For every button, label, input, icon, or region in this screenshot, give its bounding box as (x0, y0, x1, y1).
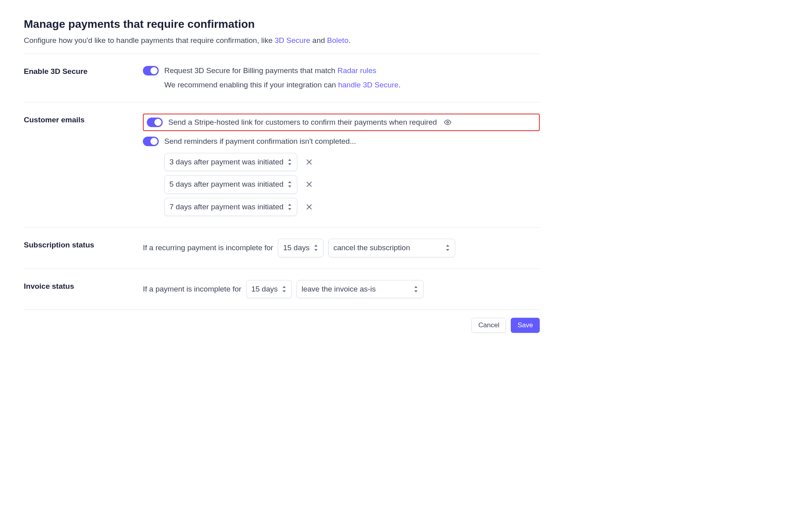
preview-eye-icon[interactable] (444, 119, 451, 126)
customer-emails-row: Customer emails Send a Stripe-hosted lin… (24, 102, 540, 228)
reminder-select-1[interactable]: 3 days after payment was initiated (164, 153, 297, 172)
page-title: Manage payments that require confirmatio… (24, 16, 540, 33)
invoice-prefix-text: If a payment is incomplete for (143, 284, 241, 295)
invoice-status-label: Invoice status (24, 280, 143, 292)
save-button[interactable]: Save (511, 318, 540, 333)
chevron-updown-icon (445, 245, 450, 251)
chevron-updown-icon (287, 181, 292, 187)
cancel-button[interactable]: Cancel (471, 318, 506, 333)
customer-emails-label: Customer emails (24, 114, 143, 126)
chevron-updown-icon (287, 204, 292, 210)
handle-3ds-link[interactable]: handle 3D Secure (338, 81, 398, 89)
reminder-select-2[interactable]: 5 days after payment was initiated (164, 175, 297, 194)
subscription-action-select[interactable]: cancel the subscription (328, 239, 455, 257)
subscription-status-label: Subscription status (24, 239, 143, 251)
enable-3ds-label: Enable 3D Secure (24, 65, 143, 77)
chevron-updown-icon (414, 286, 418, 292)
enable-3ds-desc1: Request 3D Secure for Billing payments t… (164, 65, 376, 77)
reminder-select-3[interactable]: 7 days after payment was initiated (164, 198, 297, 216)
invoice-status-row: Invoice status If a payment is incomplet… (24, 269, 540, 310)
subscription-status-row: Subscription status If a recurring payme… (24, 228, 540, 269)
footer-actions: Cancel Save (24, 310, 540, 341)
reminder-list: 3 days after payment was initiated 5 day… (164, 153, 540, 216)
svg-point-0 (447, 122, 449, 124)
reminder-item: 5 days after payment was initiated (164, 175, 540, 194)
send-reminders-text: Send reminders if payment confirmation i… (164, 136, 356, 147)
remove-reminder-button[interactable] (304, 202, 314, 212)
3d-secure-link[interactable]: 3D Secure (275, 36, 310, 44)
subscription-duration-select[interactable]: 15 days (278, 239, 323, 257)
page-subtitle: Configure how you'd like to handle payme… (24, 35, 540, 46)
chevron-updown-icon (314, 245, 318, 251)
enable-3ds-toggle[interactable] (143, 66, 159, 75)
send-reminders-toggle[interactable] (143, 137, 159, 146)
send-hosted-link-toggle[interactable] (147, 118, 163, 127)
highlighted-option: Send a Stripe-hosted link for customers … (143, 114, 540, 131)
reminder-item: 3 days after payment was initiated (164, 153, 540, 172)
invoice-duration-select[interactable]: 15 days (246, 280, 292, 299)
enable-3ds-row: Enable 3D Secure Request 3D Secure for B… (24, 54, 540, 102)
chevron-updown-icon (287, 159, 292, 165)
boleto-link[interactable]: Boleto (327, 36, 348, 44)
remove-reminder-button[interactable] (304, 157, 314, 167)
radar-rules-link[interactable]: Radar rules (337, 66, 376, 75)
subscription-prefix-text: If a recurring payment is incomplete for (143, 242, 273, 254)
reminder-item: 7 days after payment was initiated (164, 198, 540, 216)
chevron-updown-icon (282, 286, 287, 292)
remove-reminder-button[interactable] (304, 180, 314, 189)
send-hosted-link-text: Send a Stripe-hosted link for customers … (168, 117, 437, 128)
enable-3ds-desc2: We recommend enabling this if your integ… (164, 79, 540, 91)
invoice-action-select[interactable]: leave the invoice as-is (296, 280, 423, 299)
